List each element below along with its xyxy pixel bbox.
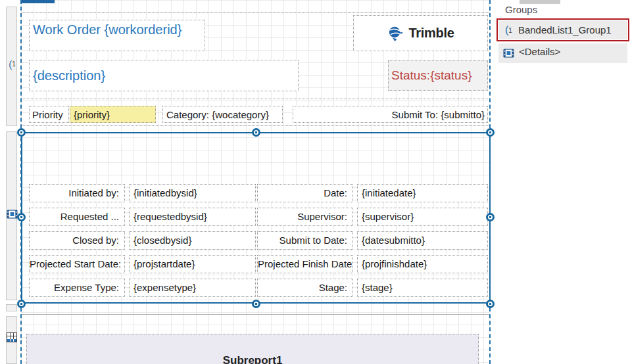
group-number: 1: [12, 60, 16, 68]
details-band-icon: [503, 49, 514, 58]
subreport-element[interactable]: Subreport1: [26, 334, 479, 364]
group-item-details[interactable]: <Details>: [498, 43, 627, 63]
group-item-bandedlist1-group1[interactable]: (1 BandedList1_Group1: [498, 20, 627, 39]
resize-handle-top-center[interactable]: [252, 128, 260, 137]
category-field[interactable]: Category: {wocategory}: [162, 106, 283, 123]
description-field[interactable]: {description}: [29, 60, 299, 91]
section-divider-line: [22, 314, 489, 315]
resize-handle-mid-right[interactable]: [486, 213, 495, 221]
group-item-label: <Details>: [519, 46, 560, 57]
trimble-logo-icon: [387, 25, 404, 42]
resize-handle-bottom-center[interactable]: [252, 300, 260, 308]
status-field[interactable]: Status:{status}: [388, 60, 488, 91]
group-band-marker[interactable]: (1: [6, 58, 18, 70]
priority-value-field[interactable]: {priority}: [70, 106, 156, 123]
groups-panel-title: Groups: [505, 4, 537, 15]
priority-label-text: Priority: [32, 109, 63, 120]
designer-tab[interactable]: [22, 0, 55, 3]
band-strip-footer[interactable]: [6, 304, 17, 311]
band-separator-bottom: [22, 125, 489, 126]
description-text: {description}: [33, 68, 105, 83]
priority-value-text: {priority}: [74, 109, 110, 120]
report-designer: (1 Work Order {workorderid}: [0, 0, 630, 364]
data-table-band-icon[interactable]: [7, 332, 17, 345]
resize-handle-top-right[interactable]: [486, 128, 495, 137]
logo-wordmark: Trimble: [408, 26, 454, 41]
resize-handle-bottom-left[interactable]: [17, 300, 26, 308]
work-order-title-text: Work Order {workorderid}: [33, 22, 182, 37]
group-bracket-icon: (1: [505, 24, 512, 36]
group-item-label: BandedList1_Group1: [518, 24, 612, 35]
band-separator-top: [22, 12, 489, 12]
details-band-icon[interactable]: [7, 210, 18, 221]
status-text: Status:{status}: [391, 68, 472, 83]
subreport-label: Subreport1: [27, 354, 478, 364]
banded-list-selection[interactable]: [21, 132, 491, 304]
work-order-title-field[interactable]: Work Order {workorderid}: [29, 20, 205, 51]
submit-to-field[interactable]: Submit To: {submitto}: [293, 106, 488, 123]
priority-label-field[interactable]: Priority: [29, 106, 69, 123]
resize-handle-bottom-right[interactable]: [486, 300, 495, 308]
band-separator-mid: [22, 99, 489, 99]
resize-handle-top-left[interactable]: [17, 128, 26, 137]
submit-to-text: Submit To: {submitto}: [392, 109, 485, 120]
category-text: Category: {wocategory}: [166, 109, 269, 120]
resize-handle-mid-left[interactable]: [17, 213, 26, 221]
logo-field[interactable]: Trimble: [353, 15, 488, 51]
